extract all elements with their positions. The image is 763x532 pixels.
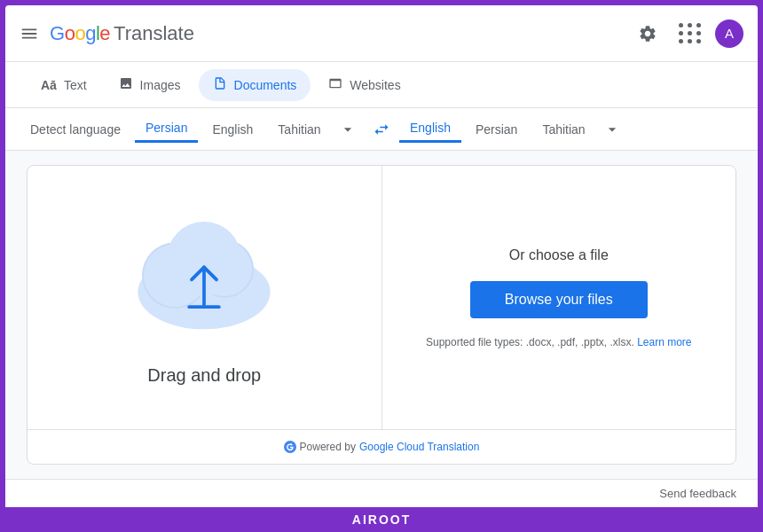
app-name: Translate [114, 22, 194, 45]
tahitian-source-btn[interactable]: Tahitian [267, 117, 331, 142]
text-tab-icon: Aā [41, 78, 57, 92]
source-lang-chevron[interactable] [335, 117, 360, 142]
upload-footer: Powered by Google Cloud Translation [28, 429, 735, 464]
tab-documents[interactable]: Documents [199, 69, 311, 101]
learn-more-link[interactable]: Learn more [637, 336, 691, 348]
drag-drop-label: Drag and drop [147, 365, 261, 386]
english-target-btn[interactable]: English [399, 115, 461, 143]
tab-images-label: Images [140, 78, 181, 92]
drag-drop-area[interactable]: Drag and drop [28, 166, 382, 429]
swap-languages-button[interactable] [364, 112, 399, 147]
browse-area: Or choose a file Browse your files Suppo… [382, 166, 736, 429]
websites-tab-icon [328, 76, 342, 94]
powered-by-text: Powered by Google Cloud Translation [284, 441, 480, 453]
avatar[interactable]: A [715, 20, 743, 48]
language-bar: Detect language Persian English Tahitian… [5, 108, 758, 151]
tab-images[interactable]: Images [105, 69, 195, 101]
app-logo: Google Translate [50, 22, 194, 45]
images-tab-icon [119, 76, 133, 94]
tabs-bar: Aā Text Images Documents Websites [5, 62, 758, 108]
supported-files-text: Supported file types: .docx, .pdf, .pptx… [426, 336, 692, 348]
tab-websites-label: Websites [350, 78, 400, 92]
brand-name: AIROOT [352, 512, 411, 527]
tab-websites[interactable]: Websites [314, 69, 414, 101]
upload-panel: Drag and drop Or choose a file Browse yo… [27, 165, 736, 465]
browse-files-button[interactable]: Browse your files [470, 281, 648, 318]
cloud-upload-icon [124, 209, 284, 351]
settings-button[interactable] [630, 16, 665, 51]
apps-button[interactable] [673, 16, 708, 51]
target-lang-chevron[interactable] [600, 117, 625, 142]
tab-documents-label: Documents [234, 78, 297, 92]
or-choose-label: Or choose a file [509, 247, 609, 263]
main-content: Drag and drop Or choose a file Browse yo… [5, 151, 758, 479]
persian-source-btn[interactable]: Persian [135, 115, 198, 143]
bottom-bar: Send feedback [5, 479, 758, 507]
detect-language-btn[interactable]: Detect language [20, 117, 131, 142]
apps-grid-icon [679, 23, 702, 43]
source-lang-section: Detect language Persian English Tahitian [20, 115, 364, 143]
google-cloud-link[interactable]: Google Cloud Translation [359, 441, 479, 453]
app-header: Google Translate A [5, 5, 758, 62]
tab-text[interactable]: Aā Text [27, 71, 101, 99]
documents-tab-icon [213, 76, 227, 94]
send-feedback-link[interactable]: Send feedback [659, 487, 736, 500]
english-source-btn[interactable]: English [201, 117, 264, 142]
tab-text-label: Text [64, 78, 87, 92]
persian-target-btn[interactable]: Persian [465, 117, 528, 142]
tahitian-target-btn[interactable]: Tahitian [531, 117, 595, 142]
upload-inner: Drag and drop Or choose a file Browse yo… [28, 166, 735, 429]
target-lang-section: English Persian Tahitian [399, 115, 743, 143]
menu-icon[interactable] [20, 24, 39, 43]
brand-footer: AIROOT [0, 507, 763, 532]
header-actions: A [630, 16, 743, 51]
google-cloud-icon [284, 441, 296, 453]
